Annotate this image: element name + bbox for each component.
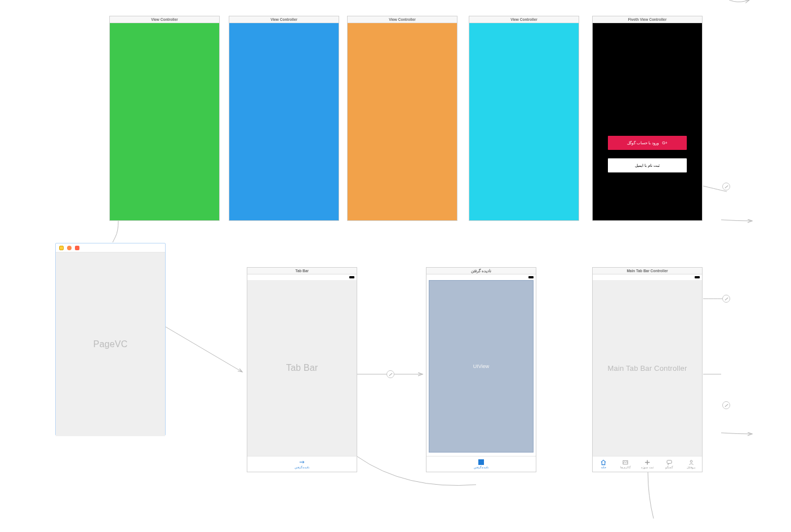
chat-icon (666, 459, 672, 465)
view-controller-icon[interactable] (75, 246, 79, 250)
status-bar (593, 274, 702, 280)
scene-title: View Controller (469, 16, 579, 23)
placeholder-label: Main Tab Bar Controller (608, 364, 687, 373)
profile-icon (688, 459, 694, 465)
placeholder-label: PageVC (94, 339, 128, 349)
status-bar (426, 274, 536, 280)
scene-header-dock (56, 243, 165, 252)
tab-label: خانه (601, 466, 606, 469)
tab-item-chat[interactable]: گفتگو (658, 459, 680, 469)
google-login-button[interactable]: ورود با حساب گوگل G+ (608, 136, 687, 150)
arrow-right-icon (299, 459, 305, 465)
google-login-label: ورود با حساب گوگل (627, 141, 659, 145)
tab-label: ثبت سوژه (641, 466, 653, 469)
svg-rect-2 (667, 460, 672, 463)
scene-title: Tab Bar (247, 268, 357, 274)
main-tab-bar-controller-scene[interactable]: Main Tab Bar Controller Main Tab Bar Con… (592, 267, 703, 472)
tab-label: گفتگو (665, 466, 673, 469)
tab-bar: نادیده گرفتن (247, 456, 357, 472)
screen-body (110, 23, 219, 220)
tab-label: پروفایل (687, 466, 695, 469)
tab-item-skip[interactable]: نادیده گرفتن (247, 459, 357, 469)
placeholder-label: Tab Bar (286, 363, 318, 373)
tab-bar: خانه گالری‌ها ثبت سوژه گفتگو (593, 456, 702, 472)
screen-body (229, 23, 339, 220)
scene-title: Fiveth View Controller (593, 16, 702, 23)
email-signup-button[interactable]: ثبت نام با ایمیل (608, 158, 687, 172)
screen-body (348, 23, 457, 220)
tab-item-galleries[interactable]: گالری‌ها (615, 459, 637, 469)
view-controller-green[interactable]: View Controller (109, 16, 220, 221)
tab-item-add[interactable]: ثبت سوژه (637, 459, 659, 469)
tab-item-profile[interactable]: پروفایل (680, 459, 702, 469)
tab-label: نادیده گرفتن (474, 466, 488, 469)
scene-title: Main Tab Bar Controller (593, 268, 702, 274)
screen-body: Tab Bar (247, 280, 357, 456)
screen-body: PageVC (56, 252, 165, 436)
view-controller-orange[interactable]: View Controller (347, 16, 457, 221)
screen-body: UIView (426, 280, 536, 456)
screen-body: ورود با حساب گوگل G+ ثبت نام با ایمیل (593, 23, 702, 220)
scene-title: View Controller (348, 16, 457, 23)
battery-icon (695, 276, 700, 278)
uiview-container[interactable]: UIView (429, 280, 534, 453)
tab-bar-scene[interactable]: Tab Bar Tab Bar نادیده گرفتن (247, 267, 357, 472)
segue-badge (722, 183, 730, 190)
tab-item-home[interactable]: خانه (593, 459, 615, 469)
home-icon (601, 459, 606, 465)
scene-title: نادیده گرفتن (426, 268, 536, 274)
square-icon (478, 459, 484, 465)
segue-badge (722, 295, 730, 303)
tab-item-skip[interactable]: نادیده گرفتن (426, 459, 536, 469)
screen-body: Main Tab Bar Controller (593, 280, 702, 456)
view-controller-cyan[interactable]: View Controller (469, 16, 579, 221)
segue-badge (386, 370, 394, 378)
battery-icon (349, 276, 354, 278)
plus-icon (645, 459, 650, 465)
first-responder-icon[interactable] (59, 246, 64, 250)
tab-bar: نادیده گرفتن (426, 456, 536, 472)
fiveth-view-controller[interactable]: Fiveth View Controller ورود با حساب گوگل… (592, 16, 703, 221)
email-signup-label: ثبت نام با ایمیل (635, 163, 660, 167)
scene-title: View Controller (229, 16, 339, 23)
uiview-scene[interactable]: نادیده گرفتن UIView نادیده گرفتن (426, 267, 536, 472)
battery-icon (528, 276, 534, 278)
screen-body (469, 23, 579, 220)
tab-label: گالری‌ها (620, 466, 630, 469)
pagevc-scene[interactable]: PageVC (55, 243, 166, 436)
tab-label: نادیده گرفتن (295, 466, 309, 469)
scene-title: View Controller (110, 16, 219, 23)
svg-rect-0 (478, 459, 484, 465)
exit-icon[interactable] (67, 246, 72, 250)
status-bar (247, 274, 357, 280)
segue-badge (722, 401, 730, 409)
svg-point-3 (690, 460, 692, 462)
uiview-label: UIView (473, 363, 489, 369)
view-controller-blue[interactable]: View Controller (229, 16, 339, 221)
google-plus-icon: G+ (662, 141, 668, 145)
gallery-icon (623, 459, 628, 465)
